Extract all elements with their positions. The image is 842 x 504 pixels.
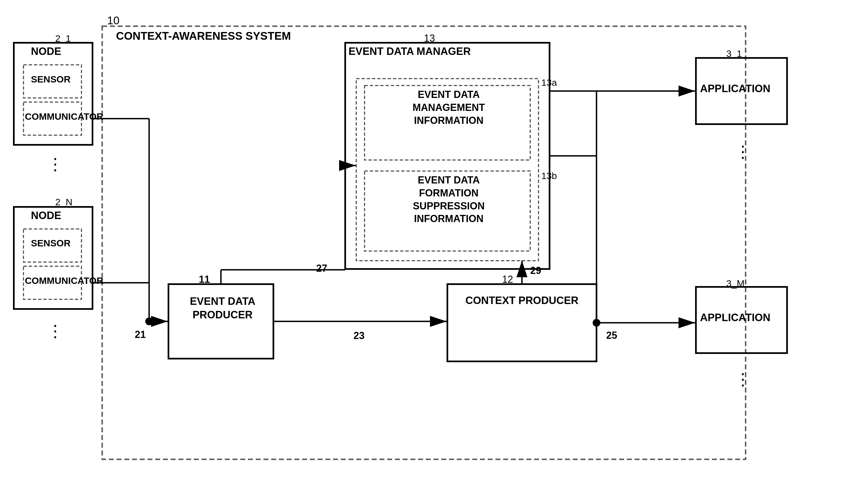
arrow-25-label: 25 [606, 330, 617, 341]
dots-between-apps: ⋮ [735, 142, 752, 161]
arrow-29-label: 29 [530, 265, 541, 276]
node1-communicator-label: COMMUNICATOR [25, 111, 103, 122]
svg-point-29 [592, 319, 600, 327]
node2-label: NODE [31, 210, 61, 221]
system-number-label: 10 [107, 14, 120, 27]
app2-label: APPLICATION [700, 312, 771, 324]
dots-below-node2: ⋮ [47, 321, 65, 341]
arrow-21-label: 21 [135, 329, 146, 340]
arrows-svg [0, 0, 842, 504]
dots-between-nodes: ⋮ [47, 155, 65, 174]
system-title-label: CONTEXT-AWARENESS SYSTEM [116, 30, 291, 42]
node1-label: NODE [31, 46, 61, 57]
app1-number: 3_1 [726, 48, 742, 59]
node2-sensor-label: SENSOR [31, 238, 71, 249]
sub2-number: 13b [541, 170, 557, 181]
node2-communicator-label: COMMUNICATOR [25, 275, 103, 286]
svg-rect-7 [14, 207, 92, 309]
svg-rect-11 [345, 43, 550, 269]
event-data-producer-label: EVENT DATAPRODUCER [173, 294, 272, 322]
sub1-label: EVENT DATAMANAGEMENTINFORMATION [369, 88, 529, 127]
svg-point-21 [145, 318, 153, 325]
svg-rect-4 [14, 43, 92, 145]
node2-number-label: 2_N [55, 197, 72, 208]
node1-sensor-label: SENSOR [31, 74, 71, 85]
app2-number: 3_M [726, 278, 744, 289]
app1-label: APPLICATION [700, 83, 771, 95]
sub2-label: EVENT DATAFORMATIONSUPPRESSIONINFORMATIO… [369, 174, 529, 226]
arrow-23-label: 23 [354, 330, 364, 342]
context-producer-number: 12 [502, 274, 513, 285]
context-producer-label: CONTEXT PRODUCER [451, 294, 593, 307]
dots-below-app2: ⋮ [735, 370, 752, 389]
diagram: 10 CONTEXT-AWARENESS SYSTEM 2_1 NODE SEN… [0, 0, 842, 504]
node1-number-label: 2_1 [55, 33, 71, 44]
event-data-producer-number: 11 [199, 274, 210, 285]
event-data-manager-number: 13 [424, 33, 435, 44]
sub1-number: 13a [541, 77, 557, 88]
arrow-27-label: 27 [316, 263, 327, 274]
event-data-manager-label: EVENT DATA MANAGER [348, 46, 471, 57]
